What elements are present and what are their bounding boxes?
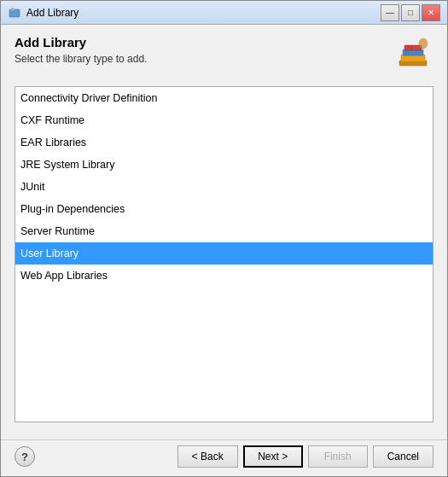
minimize-button[interactable]: —: [381, 4, 399, 21]
window-controls: — □ ✕: [381, 4, 440, 21]
list-item[interactable]: Web App Libraries: [15, 265, 433, 287]
finish-button[interactable]: Finish: [308, 445, 368, 468]
maximize-button[interactable]: □: [401, 4, 420, 21]
help-button[interactable]: ?: [15, 446, 35, 467]
svg-rect-0: [9, 9, 20, 17]
list-item[interactable]: JUnit: [15, 176, 433, 198]
title-bar: Add Library — □ ✕: [1, 1, 447, 25]
list-item[interactable]: JRE System Library: [15, 154, 433, 176]
list-item[interactable]: Connectivity Driver Definition: [15, 87, 433, 109]
svg-rect-5: [404, 45, 422, 50]
header-text: Add Library Select the library type to a…: [15, 35, 382, 65]
close-button[interactable]: ✕: [422, 4, 440, 21]
header-section: Add Library Select the library type to a…: [15, 35, 433, 76]
library-icon: [393, 35, 433, 76]
next-button[interactable]: Next >: [243, 445, 303, 468]
svg-point-9: [419, 38, 428, 49]
dialog-subtitle: Select the library type to add.: [15, 53, 382, 65]
library-type-list[interactable]: Connectivity Driver DefinitionCXF Runtim…: [15, 86, 433, 422]
main-window: Add Library — □ ✕ Add Library Select the…: [0, 0, 448, 477]
list-item[interactable]: User Library: [15, 242, 433, 265]
cancel-button[interactable]: Cancel: [373, 445, 433, 468]
window-icon: [8, 6, 21, 20]
button-bar: ? < Back Next > Finish Cancel: [1, 439, 447, 476]
window-title: Add Library: [26, 7, 381, 19]
back-button[interactable]: < Back: [177, 445, 238, 468]
list-item[interactable]: CXF Runtime: [15, 109, 433, 131]
dialog-content: Add Library Select the library type to a…: [1, 25, 447, 439]
svg-rect-1: [11, 8, 15, 10]
navigation-buttons: < Back Next > Finish Cancel: [177, 445, 433, 468]
list-item[interactable]: Plug-in Dependencies: [15, 198, 433, 220]
list-item[interactable]: EAR Libraries: [15, 131, 433, 154]
dialog-title: Add Library: [15, 35, 382, 49]
list-item[interactable]: Server Runtime: [15, 220, 433, 242]
